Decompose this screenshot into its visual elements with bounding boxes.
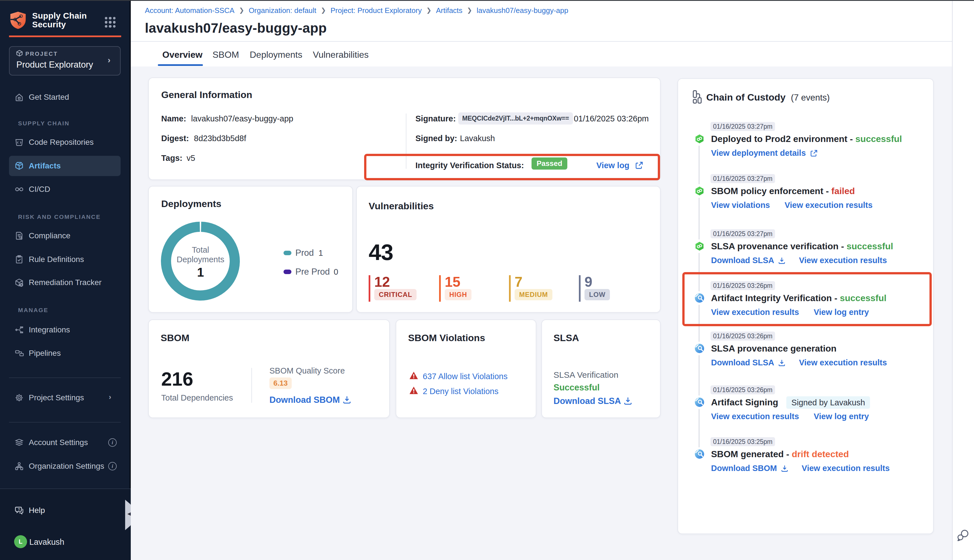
svg-text:?: ? — [18, 507, 20, 512]
